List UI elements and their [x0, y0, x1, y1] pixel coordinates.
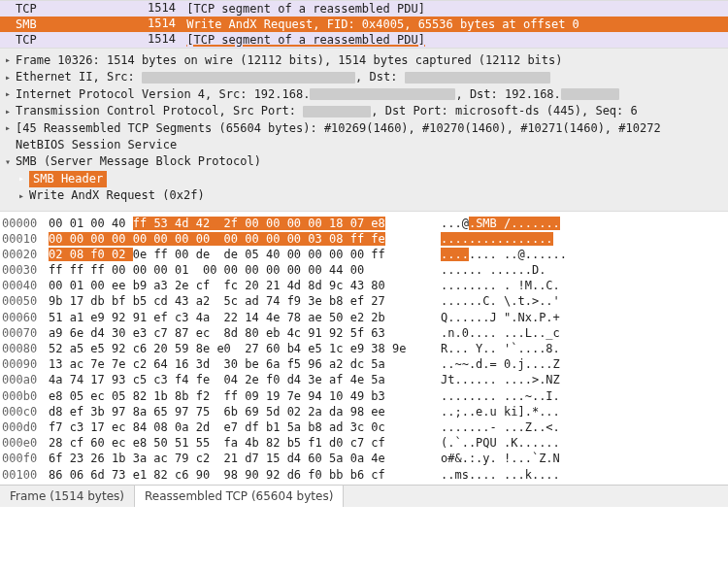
hex-row[interactable]: 000509b 17 db bf b5 cd 43 a2 5c ad 74 f9… — [0, 293, 728, 309]
hex-bytes: 00 00 00 00 00 00 00 00 00 00 00 00 03 0… — [49, 231, 417, 247]
hex-offset: 00050 — [0, 293, 49, 309]
hex-offset: 000a0 — [0, 372, 49, 387]
expand-icon[interactable] — [16, 189, 27, 204]
col-info: Write AndX Request, FID: 0x4005, 65536 b… — [180, 17, 728, 32]
tree-frame[interactable]: Frame 10326: 1514 bytes on wire (12112 b… — [0, 52, 728, 69]
hex-bytes: 02 08 f0 02 0e ff 00 de de 05 40 00 00 0… — [49, 247, 417, 262]
packet-row[interactable]: TCP 1514 [TCP segment of a reassembled P… — [0, 32, 728, 48]
hex-ascii: R... Y.. '`....8. — [417, 341, 560, 356]
hex-offset: 000d0 — [0, 419, 49, 435]
hex-ascii: ......C. \.t.>..' — [417, 293, 560, 309]
tab-reassembled-tcp[interactable]: Reassembled TCP (65604 bytes) — [135, 486, 344, 507]
packet-details-tree: Frame 10326: 1514 bytes on wire (12112 b… — [0, 48, 728, 211]
hex-ascii: ...... ......D. — [417, 262, 546, 278]
col-protocol: SMB — [0, 17, 136, 32]
hex-offset: 00000 — [0, 216, 49, 231]
col-info: [TCP segment of a reassembled PDU] — [180, 1, 728, 17]
hex-ascii: ..;..e.u ki].*... — [417, 404, 560, 419]
hex-ascii: ..ms.... ...k.... — [417, 467, 560, 483]
hex-bytes: 6f 23 26 1b 3a ac 79 c2 21 d7 15 d4 60 5… — [49, 451, 417, 466]
hex-offset: 00020 — [0, 247, 49, 262]
hex-ascii: Q......J ".Nx.P.+ — [417, 310, 560, 325]
hex-offset: 00100 — [0, 467, 49, 483]
hex-offset: 00010 — [0, 231, 49, 247]
tree-tcp[interactable]: Transmission Control Protocol, Src Port:… — [0, 103, 728, 119]
hex-row[interactable]: 0004000 01 00 ee b9 a3 2e cf fc 20 21 4d… — [0, 278, 728, 293]
hex-ascii: Jt...... ....>.NZ — [417, 372, 560, 387]
hex-ascii: ........ ...~..I. — [417, 388, 560, 404]
hex-bytes: ff ff ff 00 00 00 01 00 00 00 00 00 00 4… — [49, 262, 417, 278]
hex-bytes: e8 05 ec 05 82 1b 8b f2 ff 09 19 7e 94 1… — [49, 388, 417, 404]
expand-icon[interactable] — [2, 105, 14, 119]
hex-offset: 00080 — [0, 341, 49, 356]
hex-offset: 00030 — [0, 262, 49, 278]
collapse-icon[interactable] — [2, 155, 14, 170]
expand-icon[interactable] — [2, 71, 14, 85]
hex-ascii: o#&.:.y. !...`Z.N — [417, 451, 560, 466]
hex-bytes: 13 ac 7e 7e c2 64 16 3d 30 be 6a f5 96 a… — [49, 356, 417, 372]
hex-row[interactable]: 000c0d8 ef 3b 97 8a 65 97 75 6b 69 5d 02… — [0, 404, 728, 419]
tree-netbios[interactable]: NetBIOS Session Service — [0, 137, 728, 153]
hex-row[interactable]: 0008052 a5 e5 92 c6 20 59 8e e0 27 60 b4… — [0, 341, 728, 356]
hex-offset: 000f0 — [0, 451, 49, 466]
hex-ascii: ...@.SMB /....... — [417, 216, 560, 231]
hex-row[interactable]: 000b0e8 05 ec 05 82 1b 8b f2 ff 09 19 7e… — [0, 388, 728, 404]
expand-icon[interactable] — [2, 87, 14, 102]
hex-ascii: .......- ...Z..<. — [417, 419, 560, 435]
hex-bytes: 86 06 6d 73 e1 82 c6 90 98 90 92 d6 f0 b… — [49, 467, 417, 483]
hex-row[interactable]: 0002002 08 f0 02 0e ff 00 de de 05 40 00… — [0, 247, 728, 262]
hex-bytes: 52 a5 e5 92 c6 20 59 8e e0 27 60 b4 e5 1… — [49, 341, 417, 356]
hex-row[interactable]: 0010086 06 6d 73 e1 82 c6 90 98 90 92 d6… — [0, 467, 728, 483]
expand-icon — [2, 138, 14, 152]
hex-ascii: .n.0.... ...L.._c — [417, 325, 560, 341]
expand-icon[interactable] — [16, 172, 27, 186]
hex-ascii: ........ ..@...... — [417, 247, 567, 262]
tree-write-andx[interactable]: Write AndX Request (0x2f) — [0, 187, 728, 204]
tree-ethernet[interactable]: Ethernet II, Src: , Dst: — [0, 69, 728, 85]
hex-ascii: (.`..PQU .K...... — [417, 435, 560, 451]
col-protocol: TCP — [0, 1, 136, 17]
hex-ascii: ..~~.d.= 0.j....Z — [417, 356, 560, 372]
hex-bytes: f7 c3 17 ec 84 08 0a 2d e7 df b1 5a b8 a… — [49, 419, 417, 435]
hex-row[interactable]: 000f06f 23 26 1b 3a ac 79 c2 21 d7 15 d4… — [0, 451, 728, 466]
hex-row[interactable]: 0006051 a1 e9 92 91 ef c3 4a 22 14 4e 78… — [0, 310, 728, 325]
hex-row[interactable]: 0009013 ac 7e 7e c2 64 16 3d 30 be 6a f5… — [0, 356, 728, 372]
col-protocol: TCP — [0, 32, 136, 48]
col-length: 1514 — [136, 17, 180, 32]
hex-offset: 00060 — [0, 310, 49, 325]
hex-bytes: a9 6e d4 30 e3 c7 87 ec 8d 80 eb 4c 91 9… — [49, 325, 417, 341]
hex-offset: 000c0 — [0, 404, 49, 419]
tree-smb-header[interactable]: SMB Header — [0, 171, 728, 187]
hex-row[interactable]: 0000000 01 00 40 ff 53 4d 42 2f 00 00 00… — [0, 216, 728, 231]
hex-offset: 000e0 — [0, 435, 49, 451]
hex-bytes: 28 cf 60 ec e8 50 51 55 fa 4b 82 b5 f1 d… — [49, 435, 417, 451]
hex-offset: 00090 — [0, 356, 49, 372]
hex-bytes: d8 ef 3b 97 8a 65 97 75 6b 69 5d 02 2a d… — [49, 404, 417, 419]
hex-bytes: 9b 17 db bf b5 cd 43 a2 5c ad 74 f9 3e b… — [49, 293, 417, 309]
hex-row[interactable]: 000a04a 74 17 93 c5 c3 f4 fe 04 2e f0 d4… — [0, 372, 728, 387]
tab-frame[interactable]: Frame (1514 bytes) — [0, 486, 135, 507]
hex-row[interactable]: 0001000 00 00 00 00 00 00 00 00 00 00 00… — [0, 231, 728, 247]
col-info: [TCP segment of a reassembled PDU] — [180, 32, 728, 48]
tree-reassembled[interactable]: [45 Reassembled TCP Segments (65604 byte… — [0, 120, 728, 137]
hex-offset: 00040 — [0, 278, 49, 293]
hex-row[interactable]: 000d0f7 c3 17 ec 84 08 0a 2d e7 df b1 5a… — [0, 419, 728, 435]
hex-ascii: ................ — [417, 231, 553, 247]
hex-offset: 00070 — [0, 325, 49, 341]
hex-offset: 000b0 — [0, 388, 49, 404]
hex-bytes: 51 a1 e9 92 91 ef c3 4a 22 14 4e 78 ae 5… — [49, 310, 417, 325]
expand-icon[interactable] — [2, 121, 14, 136]
packet-row[interactable]: TCP 1514 [TCP segment of a reassembled P… — [0, 1, 728, 17]
hex-row[interactable]: 00070a9 6e d4 30 e3 c7 87 ec 8d 80 eb 4c… — [0, 325, 728, 341]
hex-row[interactable]: 000e028 cf 60 ec e8 50 51 55 fa 4b 82 b5… — [0, 435, 728, 451]
packet-list: TCP 1514 [TCP segment of a reassembled P… — [0, 0, 728, 48]
hex-row[interactable]: 00030ff ff ff 00 00 00 01 00 00 00 00 00… — [0, 262, 728, 278]
tree-smb[interactable]: SMB (Server Message Block Protocol) — [0, 153, 728, 170]
hex-dump-pane[interactable]: 0000000 01 00 40 ff 53 4d 42 2f 00 00 00… — [0, 211, 728, 485]
hex-ascii: ........ . !M..C. — [417, 278, 560, 293]
tree-ip[interactable]: Internet Protocol Version 4, Src: 192.16… — [0, 86, 728, 103]
expand-icon[interactable] — [2, 53, 14, 68]
packet-row-selected[interactable]: SMB 1514 Write AndX Request, FID: 0x4005… — [0, 17, 728, 32]
col-length: 1514 — [136, 32, 180, 48]
hex-tabs: Frame (1514 bytes) Reassembled TCP (6560… — [0, 485, 728, 507]
